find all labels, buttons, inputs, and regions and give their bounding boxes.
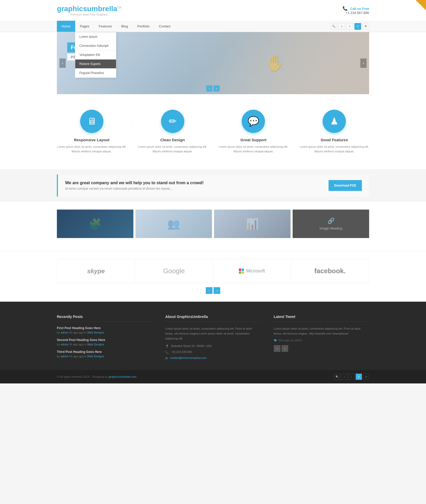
feature-title-3: Good Features [300,138,369,142]
nav-item-home[interactable]: Home [57,21,75,32]
portfolio-dark-label: Image Heading [320,226,342,230]
footer-post-2: Third Post Heading Goes Here by admin 5h… [57,350,152,358]
post-0-author-link[interactable]: admin [61,331,69,334]
footer-social-icons: 🔍 t f V ⚙ [334,374,369,380]
logo-part1: graphics [57,5,87,13]
slider-next-button[interactable]: › [360,58,367,68]
footer-tweet-meta: 🐦 5hrs ago by admin [274,339,369,342]
partners-next-button[interactable]: › [214,287,220,294]
portfolio-item-1[interactable]: 👥 [135,210,212,238]
nav-item-features[interactable]: Features [94,21,117,32]
feature-title-1: Clean Design [138,138,207,142]
post-1-category-link[interactable]: Web Designs [87,343,104,346]
slider-prev-button[interactable]: ‹ [59,58,66,68]
post-2-category-link[interactable]: Web Designs [87,355,104,358]
hero-section: ✋ Fres & Flat Style PSD W late..... ‹ › … [0,32,426,94]
ms-cell-2 [242,269,244,271]
phone-icon: 📞 [343,6,348,11]
portfolio-meeting-image: 👥 [135,210,212,238]
post-2-author-link[interactable]: admin [61,355,69,358]
footer-post-0: First Post Heading Goes Here by admin 5h… [57,326,152,334]
partners-grid: skype Google Microsoft facebook. [57,259,369,283]
portfolio-puzzle-image: 🧩 [57,210,133,238]
footer-tweet-text: Lorem ipsum dolor sit amet, consectetur … [274,326,369,336]
footer-social-settings[interactable]: ⚙ [363,374,369,380]
footer: Recently Posts First Post Heading Goes H… [0,302,426,370]
footer-social-facebook[interactable]: f [348,374,355,380]
header: graphicsumbrellaTM Premium Style Free Gr… [0,0,426,21]
location-icon: 📍 [165,345,169,348]
footer-phone: 📞 +0) 223.335.555 [165,350,261,354]
footer-col-tweet: Latest Tweet Lorem ipsum dolor sit amet,… [274,315,369,362]
social-icon-twitter[interactable]: t [338,23,345,30]
microsoft-grid-icon [239,269,244,274]
nav-item-portfolio[interactable]: Portfolio [133,21,154,32]
footer-post-0-heading: First Post Heading Goes Here [57,326,152,330]
navigation-bar: Home Pages Features Blog Portfolio Conta… [0,21,426,32]
partners-prev-button[interactable]: ‹ [206,287,212,294]
post-1-author-link[interactable]: admin [61,343,69,346]
call-label: 📞 Call us Free [343,6,369,11]
portfolio-item-3[interactable]: 🔗 Image Heading [293,210,369,238]
tweet-prev-button[interactable]: ‹ [274,345,280,352]
social-icon-settings[interactable]: ⚙ [362,23,369,30]
portfolio-grid: 🧩 👥 📊 🔗 Image Heading [57,210,369,238]
portfolio-section: 🧩 👥 📊 🔗 Image Heading [0,202,426,251]
partners-section: skype Google Microsoft facebook. [0,251,426,302]
dropdown-item-4[interactable]: Feguiat Phasellus [75,69,116,78]
nav-item-contact[interactable]: Contact [154,21,175,32]
facebook-logo: facebook. [314,267,346,275]
footer-about-title: About GraphicsUmbrella [165,315,261,322]
footer-social-search[interactable]: 🔍 [334,374,340,380]
social-icon-search[interactable]: 🔍 [330,23,337,30]
google-logo: Google [163,267,185,275]
email-icon: ✉ [165,357,168,360]
slider-pagination: ‹ › [206,85,220,92]
ms-cell-1 [239,269,241,271]
footer-phone-text: +0) 223.335.555 [171,350,192,353]
footer-post-1: Second Post Heading Goes Here by admin 5… [57,338,152,346]
footer-col-about: About GraphicsUmbrella Lorem ipsum dolor… [165,315,261,362]
logo-tagline: Premium Style Free Graphics [57,13,121,16]
cta-heading: We are great company and we will help yo… [65,181,204,185]
nav-item-blog[interactable]: Blog [117,21,133,32]
tweet-next-button[interactable]: › [282,345,288,352]
slider-dot-prev[interactable]: ‹ [206,85,212,92]
dropdown-item-3-selected[interactable]: Redore Superb [75,60,116,69]
footer-tweet-time: 5hrs ago by admin [279,339,302,342]
microsoft-name: Microsoft [246,268,265,274]
footer-post-2-meta: by admin 5h ago ago in Web Designs [57,355,152,358]
dropdown-item-2[interactable]: Voluptatem Elit [75,50,116,60]
footer-posts-title: Recently Posts [57,315,152,322]
social-icon-vimeo[interactable]: V [354,23,361,30]
partner-microsoft: Microsoft [213,259,291,283]
footer-address: 📍 Beautiful Street 32, 33000, USA [165,344,261,348]
footer-post-2-heading: Third Post Heading Goes Here [57,350,152,354]
footer-social-twitter[interactable]: t [341,374,347,380]
footer-email-link[interactable]: contact@loremcompany.com [170,356,207,359]
slider-dot-next[interactable]: › [214,85,220,92]
logo: graphicsumbrellaTM Premium Style Free Gr… [57,5,121,16]
brand-link[interactable]: graphicsumbrella.com [109,375,136,378]
dropdown-item-0[interactable]: Lorem Ipsum [75,32,116,41]
feature-icon-chess: ♟ [323,110,346,133]
post-0-category-link[interactable]: Web Designs [87,331,104,334]
feature-icon-chat: 💬 [242,110,265,133]
feature-desc-0: Lorem ipsum dolor sit amet, consectetur … [57,145,126,154]
footer-social-vimeo[interactable]: V [356,374,362,380]
slider-image: ✋ [182,32,369,94]
feature-item-support: 💬 Great Support Lorem ipsum dolor sit am… [219,110,288,154]
cta-subtext: Id nemo cumque veniam ea rerum salesuada… [65,187,204,190]
footer-email: ✉ contact@loremcompany.com [165,356,261,360]
feature-separator-3: • [293,121,294,124]
portfolio-item-0[interactable]: 🧩 [57,210,133,238]
cta-text: We are great company and we will help yo… [65,181,204,190]
social-icon-facebook[interactable]: f [346,23,353,30]
feature-desc-3: Lorem ipsum dolor sit amet, consectetur … [300,145,369,154]
feature-item-features: ♟ Good Features Lorem ipsum dolor sit am… [300,110,369,154]
portfolio-item-2[interactable]: 📊 [214,210,291,238]
features-section: 🖥 Responsive Layout Lorem ipsum dolor si… [0,94,426,169]
cta-download-button[interactable]: Download PSD [329,180,362,191]
nav-item-pages[interactable]: Pages [75,21,94,32]
dropdown-item-1[interactable]: Consectetur Adiscipit [75,41,116,50]
